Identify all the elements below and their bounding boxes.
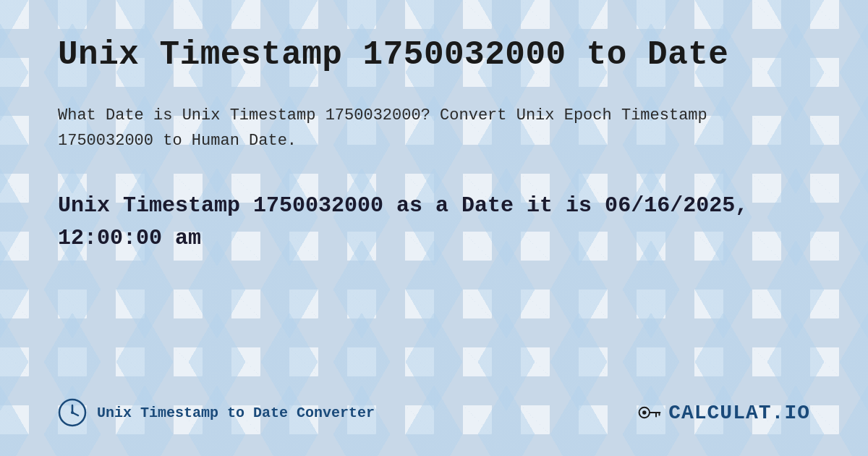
footer: Unix Timestamp to Date Converter CALCULA…: [58, 384, 810, 427]
description-text: What Date is Unix Timestamp 1750032000? …: [58, 103, 781, 153]
page-content: Unix Timestamp 1750032000 to Date What D…: [0, 0, 868, 456]
svg-point-5: [642, 410, 646, 414]
logo-text: CALCULAT.IO: [668, 402, 810, 424]
svg-point-3: [71, 411, 74, 414]
result-text: Unix Timestamp 1750032000 as a Date it i…: [58, 190, 781, 255]
logo-icon: [637, 400, 663, 426]
clock-icon: [58, 398, 87, 427]
page-title: Unix Timestamp 1750032000 to Date: [58, 36, 810, 74]
main-section: Unix Timestamp 1750032000 to Date What D…: [58, 36, 810, 384]
logo[interactable]: CALCULAT.IO: [637, 400, 810, 426]
footer-left[interactable]: Unix Timestamp to Date Converter: [58, 398, 375, 427]
footer-link-text[interactable]: Unix Timestamp to Date Converter: [97, 405, 375, 421]
